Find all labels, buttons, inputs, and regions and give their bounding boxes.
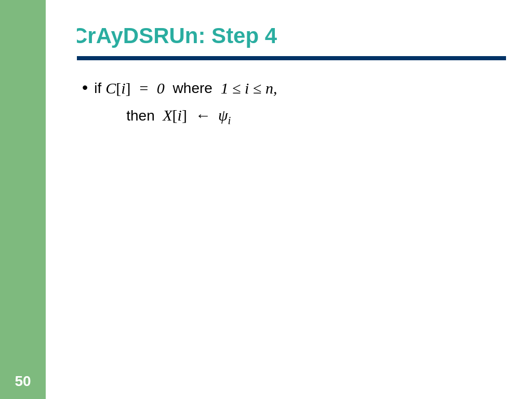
- then-keyword: then: [126, 104, 155, 128]
- slide-content: CrAyDSRUn: Step 4 • if C[i] = 0 where 1 …: [46, 0, 532, 399]
- if-line: if C[i] = 0 where 1 ≤ i ≤ n,: [94, 76, 277, 101]
- corner-cutout: [46, 0, 77, 62]
- if-keyword: if: [94, 77, 101, 100]
- page-number: 50: [0, 373, 46, 390]
- where-keyword: where: [169, 77, 217, 100]
- then-line: then X[i] ← ψi: [94, 103, 277, 130]
- bullet-item: • if C[i] = 0 where 1 ≤ i ≤ n,: [82, 76, 506, 130]
- slide-title: CrAyDSRUn: Step 4: [72, 23, 506, 48]
- bullet-dot: •: [82, 76, 88, 99]
- assignment-math: X[i] ← ψi: [159, 103, 231, 130]
- range-math: 1 ≤ i ≤ n,: [221, 76, 277, 101]
- divider: [72, 56, 506, 60]
- bullet-content: if C[i] = 0 where 1 ≤ i ≤ n, then: [94, 76, 277, 130]
- condition-math: C[i] = 0: [105, 76, 165, 101]
- bullet-section: • if C[i] = 0 where 1 ≤ i ≤ n,: [72, 76, 506, 130]
- top-left-accent: [0, 0, 46, 62]
